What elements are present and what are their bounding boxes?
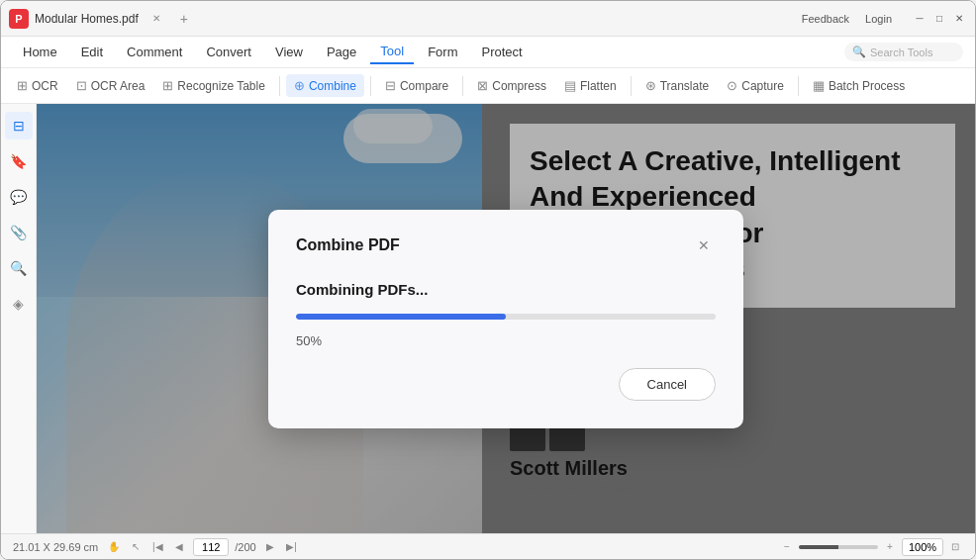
menu-view[interactable]: View xyxy=(265,41,313,63)
current-page-input[interactable] xyxy=(193,538,229,556)
progress-bar-fill xyxy=(296,314,506,320)
compress-icon: ⊠ xyxy=(477,78,488,93)
layers-icon: ◈ xyxy=(13,296,24,312)
dialog-overlay: Combine PDF ✕ Combining PDFs... 50% Canc… xyxy=(37,104,975,533)
toolbar: ⊞ OCR ⊡ OCR Area ⊞ Recognize Table ⊕ Com… xyxy=(1,68,975,104)
new-tab-button[interactable]: + xyxy=(174,9,194,29)
status-bar: 21.01 X 29.69 cm ✋ ↖ |◀ ◀ /200 ▶ ▶| − + … xyxy=(1,533,975,559)
toolbar-compare-label: Compare xyxy=(400,79,448,93)
title-bar-left: P Modular Homes.pdf ✕ + xyxy=(9,9,194,29)
menu-bar: Home Edit Comment Convert View Page Tool… xyxy=(1,37,975,68)
fit-page-btn[interactable]: ⊡ xyxy=(947,539,963,555)
toolbar-translate-label: Translate xyxy=(660,79,710,93)
zoom-input[interactable] xyxy=(902,538,943,556)
toolbar-translate[interactable]: ⊛ Translate xyxy=(637,74,718,97)
minimize-button[interactable]: ─ xyxy=(912,11,927,27)
prev-page-btn[interactable]: ◀ xyxy=(171,539,187,555)
document-view: Select A Creative, Intelligent And Exper… xyxy=(37,104,975,533)
toolbar-flatten[interactable]: ▤ Flatten xyxy=(556,74,625,97)
dialog-title: Combine PDF xyxy=(296,236,400,254)
comment-icon: 💬 xyxy=(10,189,27,205)
title-bar: P Modular Homes.pdf ✕ + Feedback Login ─… xyxy=(1,1,975,37)
left-sidebar: ⊟ 🔖 💬 📎 🔍 ◈ xyxy=(1,104,37,533)
sidebar-thumbnail-btn[interactable]: ⊟ xyxy=(5,112,33,140)
toolbar-divider-3 xyxy=(462,76,463,96)
menu-search[interactable]: 🔍 Search Tools xyxy=(844,43,963,61)
feedback-button[interactable]: Feedback xyxy=(798,11,853,27)
dialog-body: Combining PDFs... 50% xyxy=(296,281,716,348)
toolbar-ocr-area[interactable]: ⊡ OCR Area xyxy=(68,74,153,97)
menu-protect[interactable]: Protect xyxy=(472,41,533,63)
toolbar-batch-process-label: Batch Process xyxy=(829,79,905,93)
compare-icon: ⊟ xyxy=(385,78,396,93)
toolbar-divider-5 xyxy=(798,76,799,96)
translate-icon: ⊛ xyxy=(645,78,656,93)
sidebar-search-btn[interactable]: 🔍 xyxy=(5,254,33,282)
toolbar-compress[interactable]: ⊠ Compress xyxy=(469,74,554,97)
login-button[interactable]: Login xyxy=(861,11,896,27)
window-controls: ─ □ ✕ xyxy=(912,11,967,27)
thumbnail-icon: ⊟ xyxy=(13,118,25,134)
sidebar-layers-btn[interactable]: ◈ xyxy=(5,290,33,318)
toolbar-compare[interactable]: ⊟ Compare xyxy=(377,74,456,97)
recognize-table-icon: ⊞ xyxy=(162,78,173,93)
close-button[interactable]: ✕ xyxy=(951,11,967,27)
main-window: P Modular Homes.pdf ✕ + Feedback Login ─… xyxy=(0,0,976,560)
next-page-btn[interactable]: ▶ xyxy=(262,539,278,555)
zoom-out-btn[interactable]: − xyxy=(779,539,795,555)
batch-process-icon: ▦ xyxy=(813,78,825,93)
ocr-icon: ⊞ xyxy=(17,78,28,93)
last-page-btn[interactable]: ▶| xyxy=(284,539,300,555)
toolbar-recognize-table[interactable]: ⊞ Recognize Table xyxy=(154,74,273,97)
total-pages-label: /200 xyxy=(235,541,255,553)
status-tools: ✋ ↖ |◀ ◀ /200 ▶ ▶| xyxy=(106,538,299,556)
sidebar-bookmark-btn[interactable]: 🔖 xyxy=(5,147,33,175)
progress-bar-background xyxy=(296,314,716,320)
menu-tool[interactable]: Tool xyxy=(370,40,414,64)
progress-percent-label: 50% xyxy=(296,333,716,348)
status-left: 21.01 X 29.69 cm xyxy=(13,541,98,553)
maximize-button[interactable]: □ xyxy=(931,11,947,27)
toolbar-combine[interactable]: ⊕ Combine xyxy=(286,74,364,97)
app-icon: P xyxy=(9,9,29,29)
title-bar-right: Feedback Login ─ □ ✕ xyxy=(798,11,967,27)
status-right: − + ⊡ xyxy=(779,538,963,556)
tab-close-button[interactable]: ✕ xyxy=(148,11,164,27)
bookmark-icon: 🔖 xyxy=(10,153,27,169)
combine-pdf-dialog: Combine PDF ✕ Combining PDFs... 50% Canc… xyxy=(268,210,743,428)
toolbar-compress-label: Compress xyxy=(492,79,546,93)
toolbar-capture-label: Capture xyxy=(741,79,784,93)
sidebar-attachment-btn[interactable]: 📎 xyxy=(5,219,33,246)
first-page-btn[interactable]: |◀ xyxy=(149,539,165,555)
document-dimensions: 21.01 X 29.69 cm xyxy=(13,541,98,553)
zoom-slider[interactable] xyxy=(799,545,878,549)
cancel-button[interactable]: Cancel xyxy=(619,368,716,401)
attachment-icon: 📎 xyxy=(10,225,27,240)
toolbar-ocr-label: OCR xyxy=(32,79,58,93)
toolbar-capture[interactable]: ⊙ Capture xyxy=(719,74,792,97)
toolbar-recognize-table-label: Recognize Table xyxy=(177,79,265,93)
sidebar-comment-btn[interactable]: 💬 xyxy=(5,183,33,211)
menu-home[interactable]: Home xyxy=(13,41,67,63)
toolbar-ocr[interactable]: ⊞ OCR xyxy=(9,74,66,97)
menu-edit[interactable]: Edit xyxy=(71,41,113,63)
menu-page[interactable]: Page xyxy=(317,41,366,63)
combining-status-label: Combining PDFs... xyxy=(296,281,716,298)
ocr-area-icon: ⊡ xyxy=(76,78,87,93)
menu-comment[interactable]: Comment xyxy=(117,41,192,63)
capture-icon: ⊙ xyxy=(727,78,737,93)
toolbar-divider-1 xyxy=(279,76,280,96)
zoom-in-btn[interactable]: + xyxy=(882,539,898,555)
menu-convert[interactable]: Convert xyxy=(196,41,261,63)
select-tool-btn[interactable]: ↖ xyxy=(128,539,144,555)
toolbar-ocr-area-label: OCR Area xyxy=(91,79,146,93)
search-placeholder: Search Tools xyxy=(870,47,932,58)
dialog-close-button[interactable]: ✕ xyxy=(692,233,716,257)
dialog-header: Combine PDF ✕ xyxy=(296,233,716,257)
hand-tool-btn[interactable]: ✋ xyxy=(106,539,122,555)
combine-icon: ⊕ xyxy=(294,78,305,93)
toolbar-batch-process[interactable]: ▦ Batch Process xyxy=(805,74,913,97)
menu-form[interactable]: Form xyxy=(418,41,467,63)
search-sidebar-icon: 🔍 xyxy=(10,260,27,276)
flatten-icon: ▤ xyxy=(564,78,576,93)
